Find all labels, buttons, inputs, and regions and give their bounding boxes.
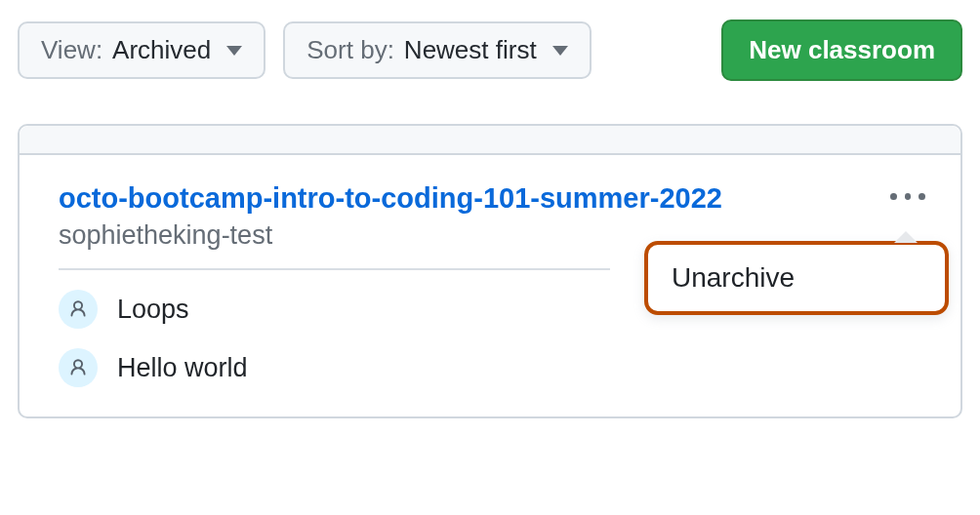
dot-icon [890,193,897,200]
new-classroom-button[interactable]: New classroom [721,20,962,81]
chevron-down-icon [226,46,242,56]
classroom-card: octo-bootcamp-intro-to-coding-101-summer… [18,124,962,418]
view-filter-value: Archived [112,35,211,65]
card-header [20,126,960,155]
sort-filter-label: Sort by: [306,35,394,65]
assignment-name: Loops [117,295,189,325]
unarchive-menu-item[interactable]: Unarchive [672,262,921,294]
assignment-name: Hello world [117,353,248,383]
dot-icon [905,193,912,200]
card-body: octo-bootcamp-intro-to-coding-101-summer… [20,155,960,416]
chevron-down-icon [552,46,568,56]
person-icon [59,348,98,387]
view-filter-button[interactable]: View: Archived [18,21,265,79]
list-item[interactable]: Hello world [59,348,921,387]
view-filter-label: View: [41,35,102,65]
person-icon [59,290,98,329]
kebab-menu-button[interactable] [884,182,931,210]
sort-filter-value: Newest first [404,35,537,65]
sort-filter-button[interactable]: Sort by: Newest first [283,21,591,79]
divider [59,268,610,270]
actions-dropdown: Unarchive [644,241,949,315]
classroom-title-link[interactable]: octo-bootcamp-intro-to-coding-101-summer… [59,182,722,215]
toolbar: View: Archived Sort by: Newest first New… [18,20,962,81]
dot-icon [919,193,925,200]
page-root: View: Archived Sort by: Newest first New… [0,0,980,515]
